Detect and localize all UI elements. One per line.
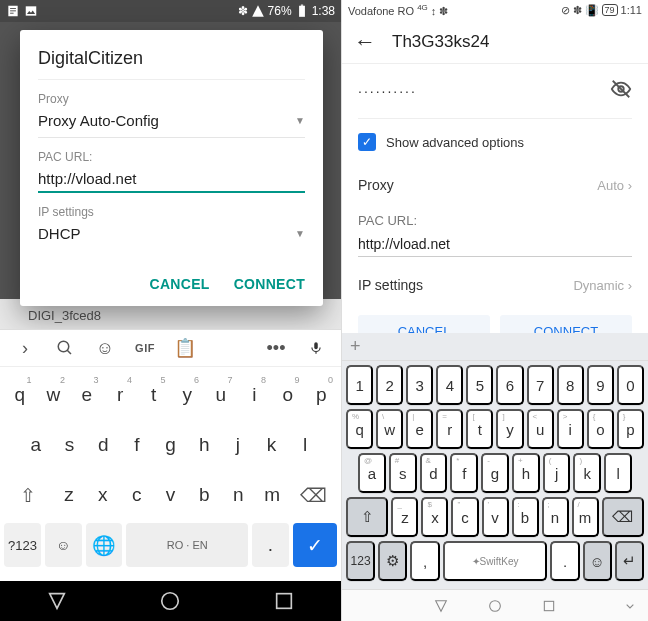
key-b[interactable]: b: [512, 497, 539, 537]
key-q[interactable]: q% [346, 409, 373, 449]
visibility-off-icon[interactable] [610, 78, 632, 104]
key-t[interactable]: t[ [466, 409, 493, 449]
nav-hide-kb[interactable] [622, 598, 638, 614]
nav-recents[interactable] [541, 598, 557, 614]
ip-settings-dropdown[interactable]: DHCP ▼ [38, 219, 305, 250]
key-4[interactable]: 4 [436, 365, 463, 405]
key-v[interactable]: v' [482, 497, 509, 537]
comma-key[interactable]: , [410, 541, 439, 581]
key-a[interactable]: a [20, 423, 52, 467]
key-u[interactable]: u< [527, 409, 554, 449]
nav-home[interactable] [159, 590, 181, 612]
key-f[interactable]: f [121, 423, 153, 467]
nav-home[interactable] [487, 598, 503, 614]
key-j[interactable]: j [222, 423, 254, 467]
key-y[interactable]: y6 [172, 373, 204, 417]
pac-url-input[interactable] [38, 164, 305, 193]
enter-key[interactable]: ✓ [293, 523, 337, 567]
language-key[interactable]: 🌐 [86, 523, 123, 567]
symbols-key[interactable]: ?123 [4, 523, 41, 567]
key-x[interactable]: x [87, 473, 119, 517]
key-k[interactable]: k) [573, 453, 601, 493]
key-m[interactable]: m [256, 473, 288, 517]
key-z[interactable]: z_ [391, 497, 418, 537]
key-w[interactable]: w2 [38, 373, 70, 417]
enter-key[interactable]: ↵ [615, 541, 644, 581]
sticker-icon[interactable]: ☺ [88, 333, 122, 363]
key-z[interactable]: z [53, 473, 85, 517]
key-e[interactable]: e| [406, 409, 433, 449]
connect-button[interactable]: CONNECT [234, 276, 305, 292]
shift-key[interactable]: ⇧ [346, 497, 388, 537]
emoji-key[interactable]: ☺ [583, 541, 612, 581]
gif-button[interactable]: GIF [128, 333, 162, 363]
key-c[interactable]: c [121, 473, 153, 517]
cancel-button[interactable]: CANCEL [150, 276, 210, 292]
key-9[interactable]: 9 [587, 365, 614, 405]
backspace-key[interactable]: ⌫ [602, 497, 644, 537]
key-8[interactable]: 8 [557, 365, 584, 405]
key-0[interactable]: 0 [617, 365, 644, 405]
key-i[interactable]: i> [557, 409, 584, 449]
key-o[interactable]: o{ [587, 409, 614, 449]
key-h[interactable]: h [188, 423, 220, 467]
settings-key[interactable]: ⚙ [378, 541, 407, 581]
key-7[interactable]: 7 [527, 365, 554, 405]
key-j[interactable]: j( [543, 453, 571, 493]
key-x[interactable]: x$ [421, 497, 448, 537]
key-h[interactable]: h+ [512, 453, 540, 493]
period-key[interactable]: . [550, 541, 579, 581]
back-icon[interactable]: ← [354, 29, 376, 55]
expand-icon[interactable]: › [8, 333, 42, 363]
pac-url-input[interactable] [358, 228, 632, 257]
symbols-key[interactable]: 123 [346, 541, 375, 581]
key-o[interactable]: o9 [272, 373, 304, 417]
key-r[interactable]: r= [436, 409, 463, 449]
backspace-key[interactable]: ⌫ [290, 473, 337, 517]
space-key[interactable]: ✦ SwiftKey [443, 541, 548, 581]
key-l[interactable]: l [289, 423, 321, 467]
key-1[interactable]: 1 [346, 365, 373, 405]
key-a[interactable]: a@ [358, 453, 386, 493]
key-f[interactable]: f* [450, 453, 478, 493]
period-key[interactable]: . [252, 523, 289, 567]
key-e[interactable]: e3 [71, 373, 103, 417]
key-m[interactable]: m/ [572, 497, 599, 537]
key-d[interactable]: d [87, 423, 119, 467]
nav-back[interactable] [46, 590, 68, 612]
key-s[interactable]: s [54, 423, 86, 467]
key-c[interactable]: c" [451, 497, 478, 537]
key-d[interactable]: d& [420, 453, 448, 493]
key-p[interactable]: p} [617, 409, 644, 449]
key-l[interactable]: l [604, 453, 632, 493]
key-g[interactable]: g- [481, 453, 509, 493]
key-n[interactable]: n; [542, 497, 569, 537]
password-field[interactable]: ·········· [358, 83, 417, 99]
key-y[interactable]: y] [496, 409, 523, 449]
key-b[interactable]: b [188, 473, 220, 517]
emoji-key[interactable]: ☺ [45, 523, 82, 567]
proxy-dropdown[interactable]: Proxy Auto-Config ▼ [38, 106, 305, 138]
ip-settings-row[interactable]: IP settings Dynamic › [358, 265, 632, 305]
key-v[interactable]: v [155, 473, 187, 517]
key-2[interactable]: 2 [376, 365, 403, 405]
key-t[interactable]: t5 [138, 373, 170, 417]
more-icon[interactable]: ••• [259, 333, 293, 363]
key-g[interactable]: g [155, 423, 187, 467]
key-w[interactable]: w\ [376, 409, 403, 449]
key-u[interactable]: u7 [205, 373, 237, 417]
key-q[interactable]: q1 [4, 373, 36, 417]
nav-recents[interactable] [273, 590, 295, 612]
plus-icon[interactable]: + [350, 336, 361, 357]
mic-icon[interactable] [299, 333, 333, 363]
key-i[interactable]: i8 [239, 373, 271, 417]
key-s[interactable]: s# [389, 453, 417, 493]
nav-back[interactable] [433, 598, 449, 614]
search-icon[interactable] [48, 333, 82, 363]
shift-key[interactable]: ⇧ [4, 473, 51, 517]
key-5[interactable]: 5 [466, 365, 493, 405]
key-n[interactable]: n [222, 473, 254, 517]
clipboard-icon[interactable]: 📋 [168, 333, 202, 363]
key-p[interactable]: p0 [306, 373, 338, 417]
space-key[interactable]: RO · EN [126, 523, 248, 567]
